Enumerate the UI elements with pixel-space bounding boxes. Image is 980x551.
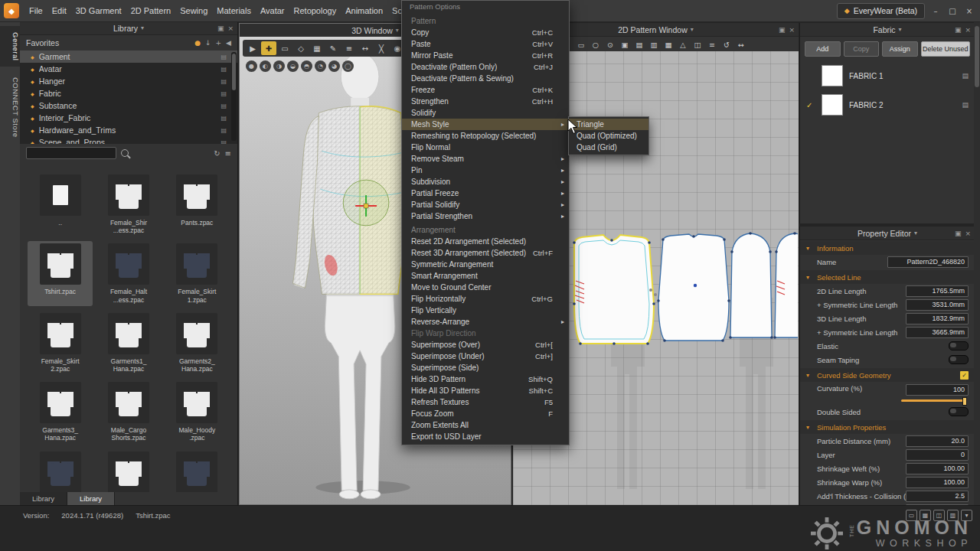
property-value[interactable]: Pattern2D_468820 xyxy=(887,256,969,268)
minimize-button[interactable]: – xyxy=(929,7,942,15)
close-icon[interactable]: × xyxy=(789,26,795,34)
context-menu-item[interactable]: Focus Zoom F ▸ xyxy=(402,408,569,419)
tool-icon[interactable]: ▭ xyxy=(574,38,588,51)
library-tree-item[interactable]: ◆ Hanger ▤ xyxy=(20,75,237,87)
library-tree-item[interactable]: ◆ Avatar ▤ xyxy=(20,63,237,75)
property-value[interactable]: 2.5 xyxy=(906,491,969,502)
item-options-icon[interactable]: ▤ xyxy=(220,103,227,109)
context-menu-item[interactable]: Flip Vertically ▸ xyxy=(402,305,569,316)
search-icon[interactable] xyxy=(121,149,129,157)
item-options-icon[interactable]: ▤ xyxy=(220,66,227,73)
item-options-icon[interactable]: ▤ xyxy=(220,78,227,85)
close-icon[interactable]: × xyxy=(227,24,234,32)
library-item[interactable]: Garments3_ Hana.zpac xyxy=(28,380,93,444)
fabric-swatch[interactable] xyxy=(822,65,843,86)
context-menu-item[interactable]: Copy Ctrl+C ▸ xyxy=(402,27,569,38)
view-mode-icon[interactable]: ◑ xyxy=(273,60,285,72)
slider[interactable] xyxy=(901,399,965,402)
context-menu-item[interactable]: Refresh Textures F5 ▸ xyxy=(402,396,569,408)
close-button[interactable]: × xyxy=(963,7,975,15)
library-item[interactable]: Male_Padde.. xyxy=(96,449,161,493)
context-menu-item[interactable]: Remeshing to Retopology (Selected) ▸ xyxy=(402,130,569,142)
tool-icon[interactable]: ≡ xyxy=(705,38,719,51)
maximize-button[interactable]: □ xyxy=(946,7,959,15)
library-item[interactable]: Female_Shir ...ess.zpac xyxy=(96,172,161,236)
context-menu-item[interactable]: Export to USD Layer ▸ xyxy=(402,431,569,442)
context-menu-item[interactable]: Deactivate (Pattern Only) Ctrl+J ▸ xyxy=(402,61,569,73)
fabric-options-icon[interactable]: ▤ xyxy=(962,101,969,109)
item-options-icon[interactable]: ▤ xyxy=(220,127,227,134)
context-menu-item[interactable]: Smart Arrangement ▸ xyxy=(402,270,569,282)
context-menu-item[interactable]: Flip Normal ▸ xyxy=(402,142,569,153)
context-menu-item[interactable]: Paste Ctrl+V ▸ xyxy=(402,38,569,50)
tool-icon[interactable]: ✚ xyxy=(261,41,276,55)
property-row[interactable]: Particle Distance (mm) 20.0 ✓ xyxy=(800,434,975,448)
item-options-icon[interactable]: ▤ xyxy=(220,139,227,145)
library-tree-item[interactable]: ◆ Fabric ▤ xyxy=(20,87,237,99)
tool-icon[interactable]: ▶ xyxy=(245,41,260,55)
library-item[interactable]: Garments2_ Hana.zpac xyxy=(165,311,230,375)
context-menu-item[interactable]: Pattern ▸ xyxy=(402,15,569,27)
property-value[interactable]: 1832.9mm xyxy=(906,313,969,324)
property-row[interactable]: + Symmetric Line Length 3665.9mm ✓ xyxy=(800,325,975,339)
pattern-piece-back[interactable] xyxy=(657,234,730,342)
context-menu-item[interactable]: Solidify ▸ xyxy=(402,107,569,119)
view-mode-icon[interactable]: ● xyxy=(246,60,257,72)
property-value[interactable]: 100.00 xyxy=(906,477,969,488)
property-value[interactable]: 1765.5mm xyxy=(906,285,969,297)
property-row[interactable]: Curved Side Geometry ✓ xyxy=(800,368,975,382)
library-tab[interactable]: Library xyxy=(67,492,115,505)
rail-tab[interactable]: CONNECT Store xyxy=(0,71,20,144)
view-mode-icon[interactable]: ◓ xyxy=(301,60,312,72)
property-row[interactable]: Shrinkage Weft (%) 100.00 ✓ xyxy=(800,461,975,475)
tool-icon[interactable]: △ xyxy=(676,38,690,51)
library-item[interactable]: Male_Jersey xyxy=(28,449,93,493)
tool-icon[interactable]: ↔ xyxy=(734,38,748,51)
app-mode-button[interactable]: ◆ EveryWear (Beta) xyxy=(837,3,925,19)
library-tree-item[interactable]: ◆ Hardware_and_Trims ▤ xyxy=(20,124,237,136)
tool-icon[interactable]: ○ xyxy=(589,38,603,51)
fabric-action-button[interactable]: Assign xyxy=(882,41,918,57)
menubar-item[interactable]: 2D Pattern xyxy=(126,0,176,21)
pattern-piece-sleeve[interactable] xyxy=(729,232,773,339)
library-item[interactable]: Female_Halt ...ess.zpac xyxy=(96,241,161,305)
property-row[interactable]: Elastic ✓ xyxy=(800,339,975,353)
submenu-item[interactable]: Quad (Grid) xyxy=(569,142,648,153)
context-menu-item[interactable]: Strengthen Ctrl+H ▸ xyxy=(402,96,569,107)
close-icon[interactable]: × xyxy=(965,26,971,34)
property-value[interactable]: 100 xyxy=(906,384,969,396)
submenu-item[interactable]: Quad (Optimized) xyxy=(569,130,648,142)
property-row[interactable]: 2D Line Length 1765.5mm ✓ xyxy=(800,284,975,298)
library-item[interactable]: Female_Skirt 1.zpac xyxy=(165,241,230,305)
tool-icon[interactable]: ▥ xyxy=(647,38,661,51)
property-value[interactable]: 0 xyxy=(906,449,969,461)
library-tree-item[interactable]: ◆ Interior_Fabric ▤ xyxy=(20,112,237,124)
library-tree-item[interactable]: ◆ Substance ▤ xyxy=(20,99,237,112)
right-scrollbar[interactable] xyxy=(974,21,980,527)
library-item[interactable]: Male_Hoody .zpac xyxy=(165,380,230,444)
tool-icon[interactable]: ⊙ xyxy=(603,38,617,51)
menubar-item[interactable]: Avatar xyxy=(256,0,289,21)
view-mode-icon[interactable]: ◯ xyxy=(342,60,354,72)
download-icon[interactable]: ↓ xyxy=(205,39,211,47)
library-tree-item[interactable]: ◆ Garment ▤ xyxy=(20,51,237,63)
tool-icon[interactable]: ▦ xyxy=(662,38,675,51)
view-mode-icon[interactable]: ◕ xyxy=(328,60,340,72)
property-row[interactable]: Add'l Thickness - Collision (mm) 2.5 ✓ xyxy=(800,489,975,503)
section-caret-icon[interactable] xyxy=(806,245,814,252)
fabric-item[interactable]: ✓ FABRIC 1 ▤ xyxy=(800,61,975,90)
pattern-piece-front[interactable] xyxy=(573,235,655,345)
property-value[interactable]: 3531.0mm xyxy=(906,299,969,311)
item-options-icon[interactable]: ▤ xyxy=(220,90,227,97)
context-menu-item[interactable]: Superimpose (Over) Ctrl+[ ▸ xyxy=(402,339,569,350)
pattern-piece-sleeve-2[interactable] xyxy=(773,232,798,339)
property-row[interactable]: Layer 0 ✓ xyxy=(800,448,975,461)
tool-icon[interactable]: ▣ xyxy=(618,38,632,51)
toggle[interactable] xyxy=(949,407,969,416)
close-icon[interactable]: × xyxy=(965,230,971,237)
menubar-item[interactable]: Retopology xyxy=(289,0,341,21)
context-menu-item[interactable]: Deactivate (Pattern & Sewing) ▸ xyxy=(402,73,569,84)
tree-scrollbar[interactable] xyxy=(231,52,237,141)
property-row[interactable]: Name Pattern2D_468820 ✓ xyxy=(800,255,975,269)
property-value[interactable]: 3665.9mm xyxy=(906,327,969,338)
